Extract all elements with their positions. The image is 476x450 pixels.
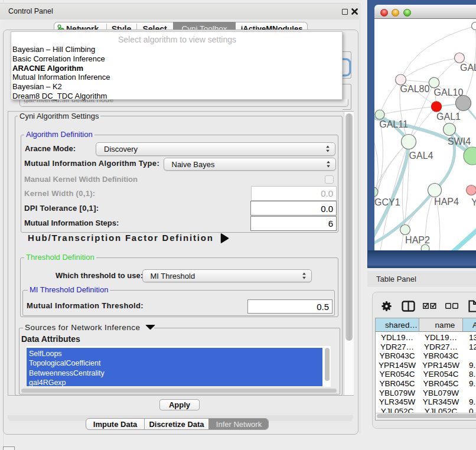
svg-text:GAL11: GAL11 [379, 119, 408, 129]
svg-text:Y: Y [471, 197, 476, 207]
svg-text:GAL10: GAL10 [434, 87, 464, 97]
svg-text:SWI4: SWI4 [448, 136, 471, 146]
svg-text:HAP2: HAP2 [405, 235, 430, 245]
svg-text:GAL4: GAL4 [409, 151, 433, 161]
svg-text:GAL80: GAL80 [400, 84, 430, 94]
svg-text:GAL7: GAL7 [460, 63, 476, 73]
svg-text:GAL1: GAL1 [436, 112, 461, 122]
svg-text:HAP4: HAP4 [434, 197, 459, 207]
svg-text:GCY1: GCY1 [374, 197, 400, 207]
